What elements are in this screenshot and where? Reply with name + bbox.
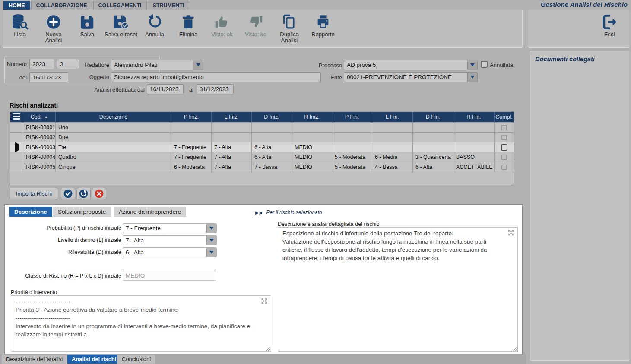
rilevabilita-label: Rilevabilità (D) iniziale <box>9 249 121 255</box>
visto-ko-label: Visto: ko <box>239 32 273 38</box>
col-header-l-fin[interactable]: L Fin. <box>372 112 413 123</box>
ente-select[interactable]: 00021-PREVENZIONE E PROTEZIONE <box>344 72 478 82</box>
undo-icon <box>138 13 171 32</box>
compl-checkbox[interactable] <box>501 135 507 140</box>
compl-checkbox[interactable] <box>501 155 507 160</box>
double-arrow-icon: ▶▶ <box>255 210 263 215</box>
resize-handle[interactable] <box>513 346 517 351</box>
compl-checkbox[interactable] <box>501 165 507 170</box>
lista-button[interactable]: Lista <box>3 13 37 38</box>
numero-anno-input[interactable] <box>29 59 54 69</box>
duplica-analisi-button[interactable]: Duplica Analisi <box>273 13 306 44</box>
table-row[interactable]: RISK-00004 Quattro 7 - Frequente 7 - Alt… <box>10 152 514 162</box>
tab-conclusioni[interactable]: Conclusioni <box>117 355 155 364</box>
oggetto-label: Oggetto <box>65 74 109 80</box>
refresh-risks-button[interactable] <box>76 188 91 199</box>
col-header-r-iniz[interactable]: R Iniz. <box>292 112 332 123</box>
expand-icon[interactable] <box>508 230 514 236</box>
annullata-checkbox[interactable] <box>481 61 488 68</box>
col-header-l-iniz[interactable]: L Iniz. <box>212 112 252 123</box>
annulla-button[interactable]: Annulla <box>138 13 171 38</box>
table-row-selected[interactable]: RISK-00003 Tre 7 - Frequente 7 - Alta 6 … <box>10 142 514 152</box>
priorita-textarea[interactable]: ---------------------------- Priorità 3 … <box>11 295 271 352</box>
salva-button[interactable]: Salva <box>70 13 104 38</box>
compl-checkbox[interactable] <box>501 125 507 130</box>
col-header-d-iniz[interactable]: D Iniz. <box>252 112 292 123</box>
cancel-risks-button[interactable] <box>92 188 106 199</box>
menu-tab-strumenti[interactable]: STRUMENTI <box>148 1 190 10</box>
col-header-compl[interactable]: Compl. <box>495 112 514 123</box>
processo-select[interactable]: AD prova 5 <box>344 60 478 70</box>
elimina-button[interactable]: Elimina <box>171 13 205 38</box>
probabilita-value: 7 - Frequente <box>123 225 206 231</box>
menu-tab-collaborazione[interactable]: COLLABORAZIONE <box>31 1 92 10</box>
table-row[interactable]: RISK-00005 Cinque 6 - Moderata 7 - Alta … <box>10 162 514 172</box>
probabilita-select[interactable]: 7 - Frequente <box>123 223 217 233</box>
table-row[interactable]: RISK-00002 Due <box>10 133 514 142</box>
redattore-value: Alessandro Pilati <box>111 62 193 68</box>
oggetto-input[interactable] <box>111 72 321 82</box>
table-menu-button[interactable] <box>10 112 23 123</box>
salva-e-reset-label: Salva e reset <box>104 32 138 38</box>
descrizione-dettagliata-textarea[interactable]: Esposizione al rischio d'infortunio dell… <box>278 227 518 352</box>
page-title: Gestione Analisi del Rischio <box>541 1 628 8</box>
exit-box: Esci <box>528 10 629 48</box>
col-header-p-fin[interactable]: P Fin. <box>332 112 372 123</box>
menu-tab-home[interactable]: HOME <box>3 1 30 10</box>
col-header-r-fin[interactable]: R Fin. <box>453 112 495 123</box>
periodo-dal-input[interactable] <box>147 84 184 94</box>
confirm-circle-icon <box>63 189 73 198</box>
col-header-d-fin[interactable]: D Fin. <box>413 112 453 123</box>
bottom-tab-strip: Descrizione dell'analisi Analisi dei ris… <box>0 354 526 364</box>
del-data-input[interactable] <box>29 72 68 82</box>
col-header-cod[interactable]: Cod.▲ <box>23 112 56 123</box>
visto-ko-button[interactable]: Visto: ko <box>239 13 273 38</box>
thumb-up-icon <box>205 13 239 32</box>
documenti-collegati-title: Documenti collegati <box>535 56 595 63</box>
trash-icon <box>171 13 205 32</box>
livello-danno-select[interactable]: 7 - Alta <box>123 235 217 245</box>
rapporto-button[interactable]: Rapporto <box>306 13 340 38</box>
redattore-select[interactable]: Alessandro Pilati <box>111 60 203 70</box>
nuova-analisi-button[interactable]: Nuova Analisi <box>37 13 70 44</box>
tab-descrizione[interactable]: Descrizione <box>9 207 52 217</box>
al-label: al <box>187 86 193 93</box>
sort-asc-icon: ▲ <box>44 115 48 119</box>
salva-e-reset-button[interactable]: Salva e reset <box>104 13 138 38</box>
del-label: del <box>0 74 27 81</box>
chevron-down-icon <box>467 60 477 70</box>
table-row[interactable]: RISK-00001 Uno <box>10 123 514 133</box>
exit-icon <box>596 13 623 32</box>
expand-icon[interactable] <box>261 298 267 304</box>
menu-bar: HOME COLLABORAZIONE COLLEGAMENTI STRUMEN… <box>0 0 631 10</box>
risk-detail-panel: Descrizione Soluzioni proposte Azione da… <box>4 204 523 354</box>
current-row-marker-icon <box>15 142 19 152</box>
duplicate-icon <box>273 13 306 32</box>
priorita-label: Priorità d'intervento <box>11 289 57 295</box>
plus-circle-icon <box>37 13 70 32</box>
tab-analisi-dei-rischi[interactable]: Analisi dei rischi <box>67 355 120 364</box>
visto-ok-button[interactable]: Visto: ok <box>205 13 239 38</box>
esci-button[interactable]: Esci <box>596 13 623 47</box>
tab-soluzioni-proposte[interactable]: Soluzioni proposte <box>53 207 111 217</box>
tab-azione-da-intraprendere[interactable]: Azione da intraprendere <box>114 207 186 217</box>
nuova-analisi-label: Nuova Analisi <box>37 32 70 44</box>
menu-tab-collegamenti[interactable]: COLLEGAMENTI <box>93 1 147 10</box>
chevron-down-icon <box>206 248 216 257</box>
risks-table: Cod.▲ Descrizione P Iniz. L Iniz. D Iniz… <box>10 111 514 185</box>
tab-descrizione-analisi[interactable]: Descrizione dell'analisi <box>2 355 67 364</box>
esci-label: Esci <box>596 32 623 38</box>
importa-rischi-button[interactable]: Importa Rischi <box>10 188 58 199</box>
compl-checkbox[interactable] <box>501 144 507 151</box>
periodo-al-input[interactable] <box>197 84 234 94</box>
confirm-risks-button[interactable] <box>61 188 75 199</box>
col-header-p-iniz[interactable]: P Iniz. <box>171 112 212 123</box>
selected-risk-hint: ▶▶Per il rischio selezionato <box>255 209 322 215</box>
rilevabilita-select[interactable]: 6 - Alta <box>123 247 217 257</box>
annullata-label: Annullata <box>490 62 513 68</box>
rapporto-label: Rapporto <box>306 32 340 38</box>
ente-value: 00021-PREVENZIONE E PROTEZIONE <box>344 74 467 80</box>
refresh-circle-icon <box>79 189 88 198</box>
resize-handle[interactable] <box>266 346 270 351</box>
col-header-descrizione[interactable]: Descrizione <box>56 112 171 123</box>
